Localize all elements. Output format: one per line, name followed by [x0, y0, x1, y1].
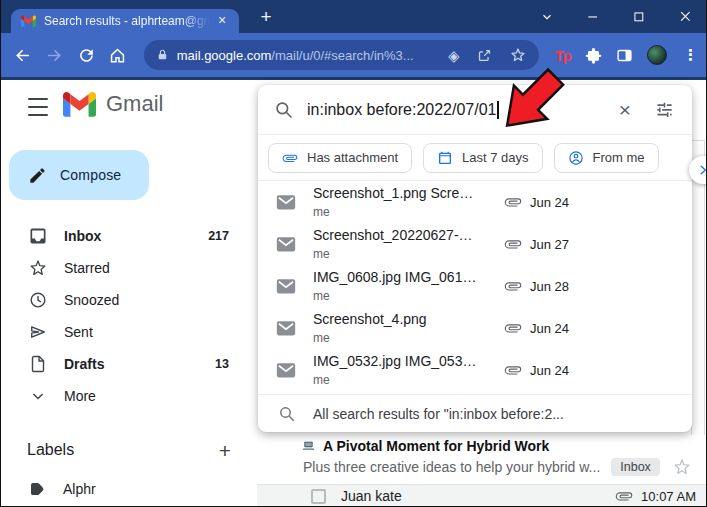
person-icon [568, 150, 584, 166]
lock-icon [156, 48, 169, 62]
calendar-icon [437, 150, 453, 166]
home-button[interactable] [106, 43, 130, 67]
browser-menu-icon[interactable]: ⋮ [683, 46, 698, 64]
chip-has-attachment[interactable]: Has attachment [268, 143, 412, 173]
compose-button[interactable]: Compose [9, 150, 149, 200]
reading-mode-icon[interactable]: ◈ [448, 48, 460, 63]
browser-tab[interactable]: Search results - alphrteam@gmai × [11, 9, 239, 33]
chevron-down-icon [28, 386, 48, 406]
envelope-icon [276, 362, 296, 378]
search-icon [278, 405, 296, 423]
chip-last-7-days[interactable]: Last 7 days [423, 143, 543, 173]
window-controls [524, 0, 707, 33]
clock-icon [28, 290, 48, 310]
envelope-icon [276, 194, 296, 210]
gmail-wordmark: Gmail [106, 91, 163, 117]
browser-window: Search results - alphrteam@gmai × + [0, 0, 707, 507]
email-snippet: Plus three creative ideas to help your h… [303, 459, 600, 475]
star-toggle-icon[interactable] [672, 457, 692, 477]
close-window-button[interactable] [662, 0, 707, 33]
reload-button[interactable] [74, 43, 98, 67]
suggestion-row[interactable]: Screenshot_1.png Scre… me Jun 24 [258, 181, 692, 223]
suggestion-row[interactable]: Screenshot_4.png me Jun 24 [258, 307, 692, 349]
url-host: mail.google.com [177, 48, 272, 63]
sidebar-item-more[interactable]: More [1, 380, 257, 412]
sidebar-item-snoozed[interactable]: Snoozed [1, 284, 257, 316]
url-text: mail.google.com/mail/u/0/#search/in%3... [177, 48, 440, 63]
address-bar[interactable]: mail.google.com/mail/u/0/#search/in%3...… [144, 40, 539, 70]
sidebar-item-sent[interactable]: Sent [1, 316, 257, 348]
paperclip-icon [504, 361, 522, 379]
paperclip-icon [504, 319, 522, 337]
minimize-button[interactable] [570, 0, 616, 33]
envelope-icon [276, 320, 296, 336]
paperclip-icon [504, 235, 522, 253]
paperclip-icon [504, 277, 522, 295]
add-label-button[interactable]: + [219, 440, 231, 461]
back-button[interactable] [11, 43, 35, 67]
suggestion-row[interactable]: IMG_0532.jpg IMG_053… me Jun 24 [258, 349, 692, 391]
search-input[interactable]: in:inbox before:2022/07/01 [307, 101, 496, 119]
attachment-paperclip-icon [615, 487, 633, 505]
gmail-logo[interactable]: Gmail [63, 91, 163, 117]
email-subject: A Pivotal Moment for Hybrid Work [323, 438, 549, 454]
search-chips: Has attachment Last 7 days From me [258, 135, 692, 181]
email-checkbox[interactable] [311, 489, 326, 504]
sidebar-item-starred[interactable]: Starred [1, 252, 257, 284]
email-row-pivotal[interactable]: A Pivotal Moment for Hybrid Work Plus th… [257, 435, 707, 479]
inbox-count: 217 [208, 229, 229, 243]
red-annotation-arrow [499, 57, 573, 129]
search-icon [274, 100, 294, 120]
main-menu-icon[interactable] [25, 96, 51, 118]
sidebar-item-inbox[interactable]: Inbox 217 [1, 220, 257, 252]
labels-title: Labels [27, 441, 74, 459]
maximize-button[interactable] [616, 0, 662, 33]
sidebar-item-drafts[interactable]: Drafts 13 [1, 348, 257, 380]
clear-search-icon[interactable]: × [615, 99, 635, 120]
all-search-results-row[interactable]: All search results for "in:inbox before:… [258, 394, 692, 432]
search-dropdown: in:inbox before:2022/07/01 × Has attachm… [258, 85, 692, 432]
url-path: /mail/u/0/#search/in%3... [271, 48, 413, 63]
sidebar-nav: Inbox 217 Starred Snoozed Sent [1, 220, 257, 412]
email-row-juan-kate[interactable]: Juan kate 10:07 AM [257, 484, 707, 507]
paperclip-icon [282, 150, 298, 166]
suggestion-row[interactable]: Screenshot_20220627-… me Jun 27 [258, 223, 692, 265]
search-options-tune-icon[interactable] [655, 100, 674, 119]
drafts-count: 13 [215, 357, 229, 371]
search-bar[interactable]: in:inbox before:2022/07/01 × [258, 85, 692, 135]
share-icon[interactable] [476, 47, 493, 64]
browser-titlebar: Search results - alphrteam@gmai × + [1, 0, 707, 33]
forward-button[interactable] [43, 43, 67, 67]
gmail-m-icon [63, 91, 96, 117]
list-scrollbar[interactable] [691, 140, 705, 446]
envelope-icon [276, 236, 296, 252]
sidebar-label-alphr[interactable]: Alphr [1, 474, 257, 504]
gmail-page: Gmail Compose Inbox 217 Starred [1, 80, 707, 507]
gmail-favicon-icon [21, 15, 36, 27]
tab-title: Search results - alphrteam@gmai [44, 14, 213, 28]
email-sender: Juan kate [341, 488, 402, 504]
labels-header: Labels + [1, 432, 257, 468]
send-icon [28, 322, 48, 342]
draft-file-icon [28, 354, 48, 374]
chip-from-me[interactable]: From me [554, 143, 659, 173]
side-panel-icon[interactable] [616, 47, 633, 64]
new-tab-button[interactable]: + [253, 6, 279, 28]
label-tag-icon [28, 480, 46, 498]
laptop-emoji-icon [301, 439, 316, 453]
compose-label: Compose [60, 167, 121, 183]
profile-avatar[interactable] [647, 45, 667, 65]
browser-toolbar: mail.google.com/mail/u/0/#search/in%3...… [1, 33, 707, 80]
inbox-icon [28, 226, 48, 246]
suggestion-row[interactable]: IMG_0608.jpg IMG_061… me Jun 28 [258, 265, 692, 307]
tab-close-icon[interactable]: × [213, 12, 231, 30]
tab-search-chevron-icon[interactable] [524, 0, 570, 33]
envelope-icon [276, 278, 296, 294]
star-icon [28, 258, 48, 278]
email-time: 10:07 AM [641, 489, 696, 504]
pencil-icon [28, 166, 47, 185]
paperclip-icon [504, 193, 522, 211]
extensions-puzzle-icon[interactable] [585, 47, 602, 64]
inbox-badge: Inbox [611, 458, 660, 476]
